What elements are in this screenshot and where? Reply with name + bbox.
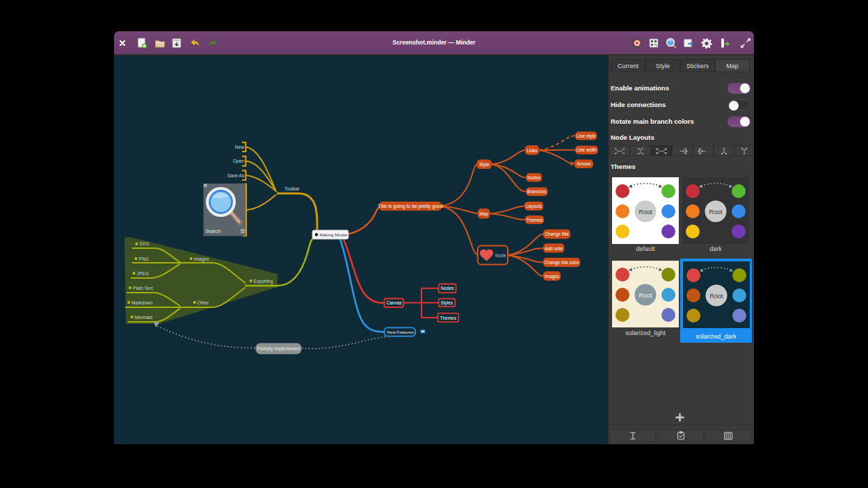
svg-text:Mermaid: Mermaid bbox=[135, 315, 153, 320]
svg-text:This is going to be pretty goo: This is going to be pretty good bbox=[378, 204, 443, 209]
svg-text:Plain Text: Plain Text bbox=[133, 286, 153, 291]
svg-text:Map: Map bbox=[479, 211, 488, 217]
svg-text:Layouts: Layouts bbox=[526, 204, 542, 209]
svg-text:Branches: Branches bbox=[527, 189, 547, 194]
svg-text:Open: Open bbox=[233, 158, 244, 164]
svg-text:Style: Style bbox=[479, 162, 490, 168]
svg-text:Themes: Themes bbox=[527, 218, 543, 222]
svg-text:Links: Links bbox=[527, 148, 538, 153]
svg-text:Styles: Styles bbox=[440, 300, 453, 306]
svg-text:Canvas: Canvas bbox=[387, 300, 403, 305]
svg-text:New: New bbox=[235, 145, 244, 149]
svg-text:Root: Root bbox=[638, 292, 652, 299]
svg-text:Toolbar: Toolbar bbox=[284, 186, 300, 191]
svg-text:Partially Implemented: Partially Implemented bbox=[257, 346, 300, 352]
svg-text:Exporting: Exporting bbox=[254, 279, 273, 284]
svg-text:Arrows: Arrows bbox=[577, 161, 591, 166]
svg-text:Other: Other bbox=[198, 300, 209, 305]
svg-text:Change title: Change title bbox=[545, 231, 569, 237]
svg-text:Root: Root bbox=[709, 293, 723, 300]
svg-text:Themes: Themes bbox=[440, 316, 457, 320]
svg-text:Root: Root bbox=[709, 209, 723, 215]
svg-text:Add note: Add note bbox=[545, 246, 563, 251]
svg-text:Nodes: Nodes bbox=[527, 175, 541, 180]
svg-text:Nodes: Nodes bbox=[441, 286, 455, 291]
svg-text:Markdown: Markdown bbox=[131, 300, 153, 305]
svg-text:Line width: Line width bbox=[577, 147, 597, 152]
svg-text:Search: Search bbox=[206, 229, 221, 234]
svg-text:Line style: Line style bbox=[577, 133, 596, 139]
svg-text:SVG: SVG bbox=[140, 241, 150, 246]
svg-text:Root: Root bbox=[638, 209, 652, 215]
svg-text:Images: Images bbox=[194, 257, 209, 262]
svg-text:Making Minder: Making Minder bbox=[320, 232, 348, 237]
svg-text:PNG: PNG bbox=[139, 257, 149, 261]
svg-text:Change link color: Change link color bbox=[544, 260, 579, 266]
svg-text:Node: Node bbox=[495, 253, 506, 258]
svg-text:Save As: Save As bbox=[227, 173, 245, 178]
svg-text:JPEG: JPEG bbox=[137, 271, 149, 276]
svg-text:Images: Images bbox=[545, 274, 560, 279]
svg-text:New Features: New Features bbox=[387, 330, 415, 334]
